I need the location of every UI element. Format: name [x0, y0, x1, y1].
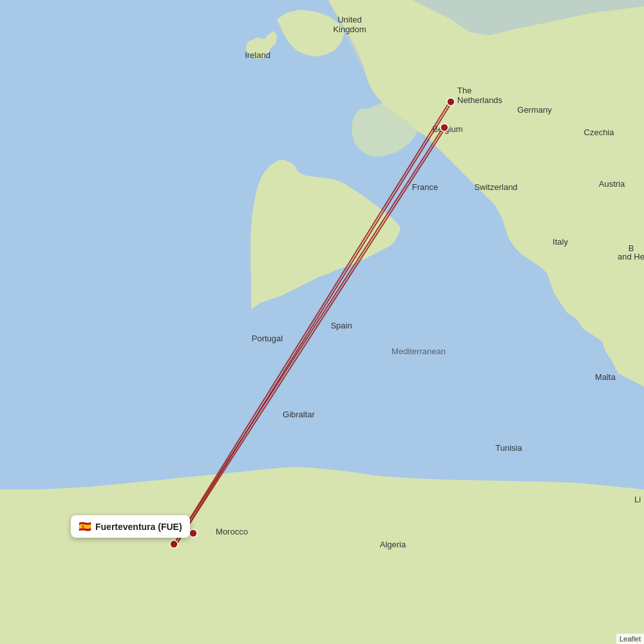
morocco-label: Morocco — [216, 527, 248, 536]
map-container: United Kingdom Ireland The Netherlands B… — [0, 0, 644, 644]
svg-text:Mediterranean: Mediterranean — [392, 346, 446, 356]
netherlands-label: Netherlands — [457, 95, 503, 105]
malta-label: Malta — [595, 372, 616, 382]
gibraltar-label: Gibraltar — [283, 410, 316, 419]
brussels-airport-dot[interactable] — [440, 124, 448, 131]
tunisia-label: Tunisia — [495, 443, 522, 453]
switzerland-label: Switzerland — [474, 182, 517, 192]
uk-label2: Kingdom — [333, 24, 366, 34]
italy-label: Italy — [553, 237, 568, 247]
fue-label: Fuerteventura (FUE) — [95, 522, 182, 532]
fue-airport-dot[interactable] — [170, 540, 178, 548]
b-and-he-label2: and He — [618, 252, 644, 261]
uk-label: United — [337, 15, 362, 24]
portugal-label: Portugal — [252, 334, 283, 343]
the-label: The — [457, 86, 471, 95]
spain-label: Spain — [330, 321, 352, 330]
germany-label: Germany — [517, 105, 552, 115]
amsterdam-airport-dot[interactable] — [447, 98, 455, 106]
france-label: France — [412, 182, 438, 192]
austria-label: Austria — [599, 179, 625, 189]
li-label: Li — [634, 495, 641, 504]
ireland-label: Ireland — [245, 50, 270, 60]
leaflet-text: Leaflet — [620, 635, 641, 643]
leaflet-attribution: Leaflet — [616, 634, 644, 644]
czechia-label: Czechia — [584, 128, 615, 137]
fue-airport-dot2[interactable] — [189, 529, 197, 537]
algeria-label: Algeria — [380, 540, 406, 549]
fue-popup[interactable]: 🇪🇸 Fuerteventura (FUE) — [71, 515, 190, 538]
spain-flag: 🇪🇸 — [79, 520, 91, 533]
